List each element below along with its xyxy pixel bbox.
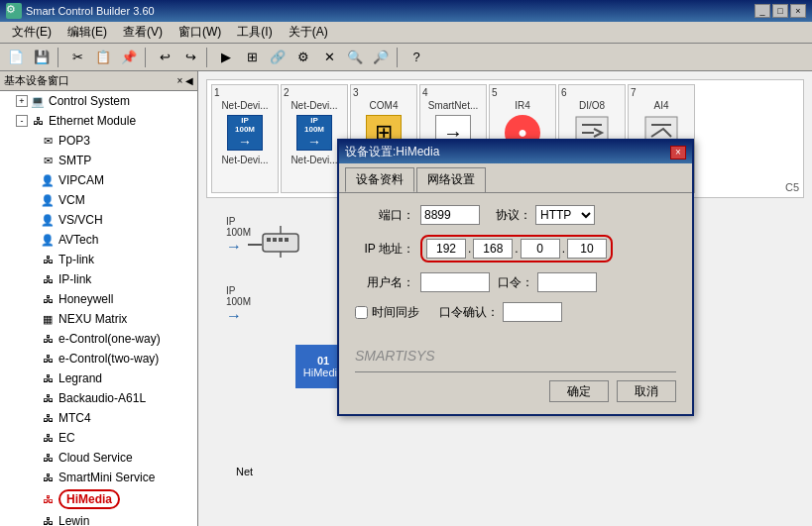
cancel-button[interactable]: 取消 <box>617 380 676 402</box>
ip-label: IP 地址： <box>355 241 414 258</box>
ok-button[interactable]: 确定 <box>549 380 609 402</box>
username-password-row: 用户名： 口令： <box>355 272 676 292</box>
password-label: 口令： <box>498 274 533 291</box>
confirm-password-input[interactable] <box>503 302 562 322</box>
username-label: 用户名： <box>355 274 414 291</box>
port-protocol-row: 端口： 协议： HTTP HTTPS <box>355 205 676 225</box>
dialog-overlay: 设备设置:HiMedia × 设备资料 网络设置 端口： 协议： HTTP HT… <box>0 0 812 526</box>
dialog-title: 设备设置:HiMedia <box>345 144 439 160</box>
dialog-footer: SMARTISYS 确定 取消 <box>339 344 692 414</box>
timesync-label: 时间同步 <box>372 304 419 321</box>
ip-octet-1[interactable] <box>426 239 466 259</box>
protocol-label: 协议： <box>496 207 531 224</box>
dialog-close-button[interactable]: × <box>670 146 686 159</box>
ip-octet-4[interactable] <box>567 239 607 259</box>
timesync-checkbox[interactable] <box>355 306 368 319</box>
tab-network-settings[interactable]: 网络设置 <box>416 167 486 192</box>
protocol-select[interactable]: HTTP HTTPS <box>535 205 595 225</box>
ip-octet-3[interactable] <box>521 239 560 259</box>
port-label: 端口： <box>355 207 414 224</box>
footer-buttons: 确定 取消 <box>355 380 676 402</box>
tab-device-info[interactable]: 设备资料 <box>345 167 414 192</box>
port-input[interactable] <box>420 205 480 225</box>
ip-address-group: . . . <box>420 235 613 263</box>
ip-address-row: IP 地址： . . . <box>355 235 676 263</box>
password-input[interactable] <box>537 272 597 292</box>
username-input[interactable] <box>420 272 490 292</box>
smartisys-label: SMARTISYS <box>355 348 676 364</box>
timesync-confirm-row: 时间同步 口令确认： <box>355 302 676 322</box>
confirm-password-label: 口令确认： <box>439 304 499 321</box>
dialog-body: 端口： 协议： HTTP HTTPS IP 地址： . . . <box>339 193 692 344</box>
ip-octet-2[interactable] <box>473 239 513 259</box>
ip-dot-1: . <box>468 242 471 256</box>
ip-dot-3: . <box>562 242 565 256</box>
ip-dot-2: . <box>515 242 518 256</box>
device-settings-dialog[interactable]: 设备设置:HiMedia × 设备资料 网络设置 端口： 协议： HTTP HT… <box>337 139 694 416</box>
dialog-tabs: 设备资料 网络设置 <box>339 163 692 193</box>
footer-divider <box>355 371 676 372</box>
dialog-title-bar: 设备设置:HiMedia × <box>339 141 692 163</box>
